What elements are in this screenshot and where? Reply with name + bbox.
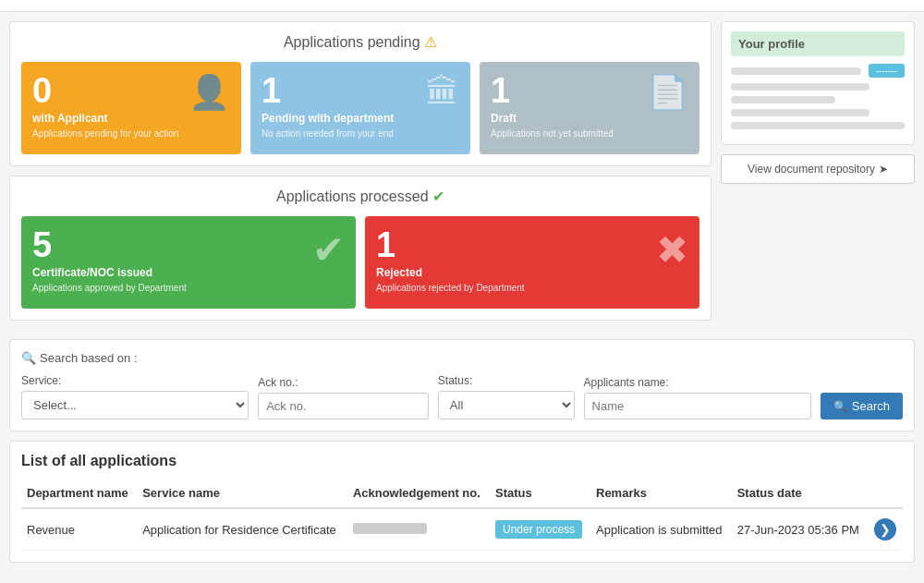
profile-line-4 [731,122,905,129]
col-service: Service name [137,479,347,508]
processed-cards-row: 5 Certificate/NOC issued Applications ap… [21,216,699,309]
service-select[interactable]: Select... [21,391,249,419]
status-badge: Under process [495,520,582,539]
checkmark-icon: ✔ [432,188,444,204]
rejected-desc: Applications rejected by Department [376,283,525,293]
pending-cards-row: 0 with Applicant Applications pending fo… [21,62,699,154]
applications-table: Department name Service name Acknowledge… [21,479,903,551]
approved-card: 5 Certificate/NOC issued Applications ap… [21,216,356,309]
cell-action: ❯ [869,508,903,551]
pending-department-desc: No action needed from your end [261,128,394,139]
building-icon: 🏛 [426,73,459,112]
draft-label: Draft [491,112,614,125]
cell-ack [347,508,490,551]
profile-badge: ------- [869,64,905,78]
status-field-group: Status: All Under process Approved Rejec… [438,374,575,419]
document-icon: 📄 [647,73,688,112]
rejected-number: 1 [376,227,525,262]
processed-title: Applications processed ✔ [21,188,699,205]
cell-service: Application for Residence Certificate [137,508,347,551]
col-action [869,479,903,508]
col-status: Status [490,479,590,508]
pending-title: Applications pending ⚠ [21,33,699,51]
search-button-label: Search [852,399,890,413]
table-header-row: Department name Service name Acknowledge… [21,479,903,508]
search-button[interactable]: 🔍 Search [821,393,903,419]
name-field-group: Applicants name: [584,376,811,419]
check-circle-icon: ✔ [312,227,345,273]
approved-desc: Applications approved by Department [32,283,187,293]
col-department: Department name [21,479,137,508]
pending-applicant-number: 0 [32,73,178,108]
status-label: Status: [438,374,575,387]
ack-input[interactable] [258,393,429,419]
col-remarks: Remarks [590,479,732,508]
draft-desc: Applications not yet submitted [491,128,614,139]
status-select[interactable]: All Under process Approved Rejected Draf… [438,391,575,419]
pending-applicant-label: with Applicant [32,112,178,125]
approved-number: 5 [32,227,187,262]
warning-icon: ⚠ [424,34,437,50]
cell-department: Revenue [21,508,137,551]
x-circle-icon: ✖ [656,227,688,273]
name-input[interactable] [584,393,811,419]
list-title: List of all applications [21,453,903,469]
search-icon: 🔍 [833,400,847,413]
profile-name-row: ------- [731,64,905,78]
applicants-name-label: Applicants name: [584,376,811,389]
pending-applicant-desc: Applications pending for your action [32,128,178,139]
profile-line-1 [731,83,869,91]
profile-name-line [731,67,861,75]
cell-remarks: Application is submitted [590,508,732,551]
search-label: 🔍 Search based on : [21,351,903,365]
view-document-repository-button[interactable]: View document repository ➤ [721,154,915,184]
draft-card: 1 Draft Applications not yet submitted 📄 [480,62,699,154]
pending-with-applicant-card: 0 with Applicant Applications pending fo… [21,62,241,154]
col-ack: Acknowledgement no. [347,479,490,508]
pending-department-number: 1 [261,73,394,108]
pending-department-label: Pending with department [261,112,394,125]
row-action-button[interactable]: ❯ [874,518,896,540]
view-doc-label: View document repository [748,163,875,176]
service-field-group: Service: Select... [21,374,249,419]
ack-label: Ack no.: [258,376,429,389]
arrow-right-icon: ➤ [879,163,888,176]
pending-with-department-card: 1 Pending with department No action need… [250,62,470,154]
ack-field-group: Ack no.: [258,376,429,419]
profile-title: Your profile [731,31,905,56]
rejected-card: 1 Rejected Applications rejected by Depa… [365,216,699,309]
person-icon: 👤 [188,73,230,112]
rejected-label: Rejected [376,266,525,279]
cell-status: Under process [490,508,590,551]
search-row: Service: Select... Ack no.: Status: All … [21,374,903,419]
approved-label: Certificate/NOC issued [32,266,187,279]
table-row: Revenue Application for Residence Certif… [21,508,903,551]
ack-blurred-value [353,523,427,534]
profile-box: Your profile ------- [721,21,915,145]
draft-number: 1 [491,73,614,108]
service-label: Service: [21,374,249,387]
col-date: Status date [732,479,869,508]
search-icon-small: 🔍 [21,351,36,365]
cell-date: 27-Jun-2023 05:36 PM [732,508,869,551]
profile-line-2 [731,96,835,103]
profile-line-3 [731,109,869,116]
